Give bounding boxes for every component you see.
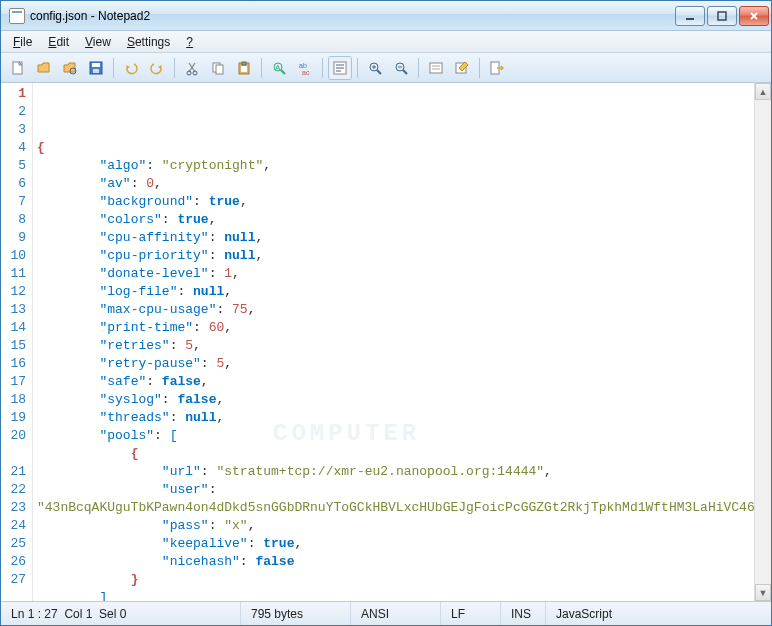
copy-button[interactable] — [206, 56, 230, 80]
svg-rect-12 — [242, 62, 246, 65]
scroll-track[interactable] — [755, 100, 771, 584]
toolbar: ︎A abac — [1, 53, 771, 83]
menu-file[interactable]: File — [5, 33, 40, 51]
customize-button[interactable] — [450, 56, 474, 80]
line-gutter: 1234567891011121314151617181920 21222324… — [1, 83, 33, 601]
status-sel: Sel 0 — [99, 607, 126, 621]
toolbar-separator — [261, 58, 262, 78]
svg-rect-10 — [216, 65, 223, 74]
svg-rect-5 — [92, 63, 100, 67]
maximize-button[interactable] — [707, 6, 737, 26]
svg-rect-0 — [686, 18, 694, 20]
svg-text:A: A — [275, 63, 281, 72]
svg-text:ac: ac — [302, 69, 310, 76]
menu-settings[interactable]: Settings — [119, 33, 178, 51]
paste-button[interactable] — [232, 56, 256, 80]
toolbar-separator — [357, 58, 358, 78]
menu-edit[interactable]: Edit — [40, 33, 77, 51]
toolbar-separator — [418, 58, 419, 78]
exit-button[interactable] — [485, 56, 509, 80]
replace-button[interactable]: abac — [293, 56, 317, 80]
svg-rect-21 — [430, 63, 442, 73]
zoom-in-button[interactable] — [363, 56, 387, 80]
redo-button[interactable] — [145, 56, 169, 80]
svg-rect-13 — [241, 66, 247, 72]
status-language[interactable]: JavaScript — [546, 602, 771, 625]
code-view[interactable]: COMPUTER { "algo": "cryptonight", "av": … — [33, 83, 754, 601]
vertical-scrollbar[interactable]: ▲ ▼ — [754, 83, 771, 601]
editor-area[interactable]: 1234567891011121314151617181920 21222324… — [1, 83, 771, 601]
close-button[interactable] — [739, 6, 769, 26]
scheme-button[interactable] — [424, 56, 448, 80]
statusbar: Ln 1 : 27 Col 1 Sel 0 795 bytes ANSI LF … — [1, 601, 771, 625]
menu-view[interactable]: View — [77, 33, 119, 51]
status-eol[interactable]: LF — [441, 602, 501, 625]
open-file-button[interactable] — [32, 56, 56, 80]
toolbar-separator — [479, 58, 480, 78]
toolbar-separator — [113, 58, 114, 78]
window-buttons — [675, 6, 769, 26]
status-position[interactable]: Ln 1 : 27 Col 1 Sel 0 — [1, 602, 241, 625]
menubar: File Edit View Settings ? — [1, 31, 771, 53]
save-button[interactable] — [84, 56, 108, 80]
browse-button[interactable] — [58, 56, 82, 80]
toolbar-separator — [322, 58, 323, 78]
titlebar[interactable]: config.json - Notepad2 — [1, 1, 771, 31]
app-window: config.json - Notepad2 File Edit View Se… — [0, 0, 772, 626]
status-ln: Ln 1 : 27 — [11, 607, 58, 621]
app-icon — [9, 8, 25, 24]
menu-help[interactable]: ? — [178, 33, 201, 51]
window-title: config.json - Notepad2 — [30, 9, 675, 23]
svg-rect-6 — [93, 69, 99, 73]
wordwrap-button[interactable] — [328, 56, 352, 80]
cut-button[interactable] — [180, 56, 204, 80]
status-ins[interactable]: INS — [501, 602, 546, 625]
scroll-down-button[interactable]: ▼ — [755, 584, 771, 601]
undo-button[interactable] — [119, 56, 143, 80]
svg-rect-1 — [718, 12, 726, 20]
scroll-up-button[interactable]: ▲ — [755, 83, 771, 100]
status-col: Col 1 — [64, 607, 92, 621]
status-encoding[interactable]: ANSI — [351, 602, 441, 625]
minimize-button[interactable] — [675, 6, 705, 26]
zoom-out-button[interactable] — [389, 56, 413, 80]
toolbar-separator — [174, 58, 175, 78]
new-file-button[interactable] — [6, 56, 30, 80]
status-bytes[interactable]: 795 bytes — [241, 602, 351, 625]
find-button[interactable]: ︎A — [267, 56, 291, 80]
svg-text:ab: ab — [299, 62, 307, 69]
